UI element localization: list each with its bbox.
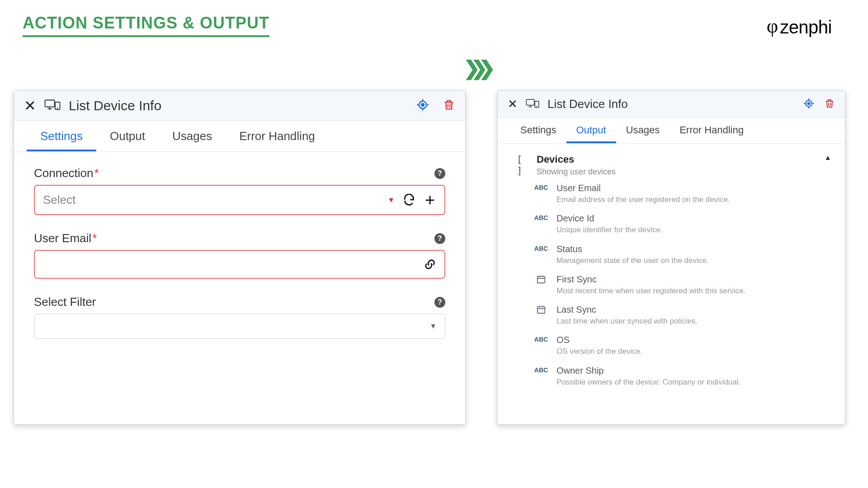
- output-panel: ✕ List Device Info: [497, 90, 845, 425]
- devices-icon: [44, 99, 61, 113]
- svg-point-6: [421, 103, 424, 106]
- output-section-title: Devices: [537, 154, 816, 165]
- output-item-title: OS: [557, 335, 831, 345]
- svg-rect-15: [526, 99, 534, 105]
- output-item[interactable]: Last SyncLast time when user synced with…: [531, 300, 834, 330]
- output-item-description: Management state of the user on the devi…: [557, 256, 831, 265]
- tab-settings[interactable]: Settings: [510, 118, 566, 143]
- type-text-icon: ABC: [534, 366, 548, 374]
- output-section-subtitle: Showing user devices: [537, 167, 816, 177]
- output-item[interactable]: ABCDevice IdUnique identifier for the de…: [531, 209, 834, 239]
- link-icon[interactable]: [424, 258, 436, 271]
- type-text-icon: ABC: [534, 335, 548, 343]
- type-text-icon: ABC: [534, 244, 548, 252]
- panel-title: List Device Info: [69, 98, 408, 113]
- brand-logo: φ zenphi: [767, 17, 832, 38]
- output-item-description: Last time when user synced with policies…: [557, 316, 831, 326]
- svg-point-21: [808, 102, 810, 104]
- calendar-icon: [534, 305, 548, 316]
- array-type-icon: [ ]: [511, 154, 528, 176]
- output-item[interactable]: ABCUser EmailEmail address of the user r…: [531, 178, 834, 209]
- close-icon[interactable]: ✕: [24, 97, 36, 114]
- tab-settings[interactable]: Settings: [27, 121, 96, 151]
- tabs: Settings Output Usages Error Handling: [498, 118, 845, 144]
- tab-usages[interactable]: Usages: [159, 121, 226, 151]
- connection-select[interactable]: Select ▼: [34, 185, 445, 215]
- brand-symbol: φ: [767, 20, 778, 32]
- select-filter-field: Select Filter ? ▼: [34, 295, 445, 339]
- output-section-header[interactable]: [ ] Devices Showing user devices ▲: [509, 150, 834, 178]
- delete-icon[interactable]: [824, 98, 835, 111]
- output-item-description: Email address of the user registered on …: [557, 195, 831, 204]
- close-icon[interactable]: ✕: [508, 97, 518, 111]
- type-text-icon: ABC: [534, 183, 548, 191]
- output-item-description: OS version of the device.: [557, 347, 831, 356]
- chevron-down-icon[interactable]: ▼: [387, 196, 395, 204]
- output-item-title: Device Id: [557, 213, 831, 224]
- svg-rect-32: [538, 307, 545, 314]
- locate-icon[interactable]: [416, 99, 429, 113]
- output-item[interactable]: ABCOSOS version of the device.: [531, 330, 834, 361]
- arrow-separator-icon: ❯❯❯: [463, 56, 486, 80]
- tab-usages[interactable]: Usages: [616, 118, 670, 143]
- tab-output[interactable]: Output: [96, 121, 159, 151]
- output-item-title: Last Sync: [557, 305, 831, 315]
- user-email-field: User Email* ?: [34, 231, 445, 279]
- output-item[interactable]: ABCOwner ShipPossible owners of the devi…: [531, 361, 834, 391]
- panel-header: ✕ List Device Info: [498, 91, 845, 118]
- select-filter-input[interactable]: ▼: [34, 314, 445, 339]
- svg-rect-0: [45, 100, 55, 107]
- type-text-icon: ABC: [534, 213, 548, 221]
- refresh-icon[interactable]: [403, 194, 415, 206]
- output-item-description: Possible owners of the device: Company o…: [557, 377, 831, 387]
- output-item[interactable]: First SyncMost recent time when user reg…: [531, 270, 834, 300]
- panel-header: ✕ List Device Info: [14, 91, 465, 121]
- user-email-label: User Email*: [34, 231, 97, 245]
- output-item-description: Unique identifier for the device.: [557, 225, 831, 235]
- locate-icon[interactable]: [803, 98, 814, 111]
- output-item-title: User Email: [557, 183, 831, 193]
- tab-error-handling[interactable]: Error Handling: [670, 118, 754, 143]
- delete-icon[interactable]: [443, 99, 455, 113]
- tab-error-handling[interactable]: Error Handling: [226, 121, 329, 151]
- connection-placeholder: Select: [43, 193, 379, 207]
- connection-label: Connection*: [34, 166, 99, 180]
- page-title: ACTION SETTINGS & OUTPUT: [23, 14, 269, 37]
- svg-rect-28: [538, 276, 545, 283]
- devices-icon: [526, 98, 539, 111]
- output-item[interactable]: ABCStatusManagement state of the user on…: [531, 239, 834, 270]
- help-icon[interactable]: ?: [434, 168, 445, 179]
- help-icon[interactable]: ?: [434, 233, 445, 244]
- user-email-input[interactable]: [34, 250, 445, 279]
- output-item-title: Status: [557, 244, 831, 254]
- settings-panel: ✕ List Device Info: [14, 90, 466, 425]
- select-filter-label: Select Filter: [34, 295, 96, 309]
- collapse-icon[interactable]: ▲: [824, 154, 831, 162]
- add-icon[interactable]: [424, 194, 436, 206]
- panel-title: List Device Info: [547, 97, 795, 111]
- brand-name: zenphi: [780, 17, 832, 38]
- output-item-title: Owner Ship: [557, 366, 831, 376]
- output-item-title: First Sync: [557, 274, 831, 285]
- calendar-icon: [534, 274, 548, 286]
- chevron-down-icon[interactable]: ▼: [429, 322, 437, 330]
- output-item-description: Most recent time when user registered wi…: [557, 286, 831, 296]
- tabs: Settings Output Usages Error Handling: [14, 121, 465, 152]
- tab-output[interactable]: Output: [566, 118, 616, 143]
- connection-field: Connection* ? Select ▼: [34, 166, 445, 215]
- help-icon[interactable]: ?: [434, 297, 445, 308]
